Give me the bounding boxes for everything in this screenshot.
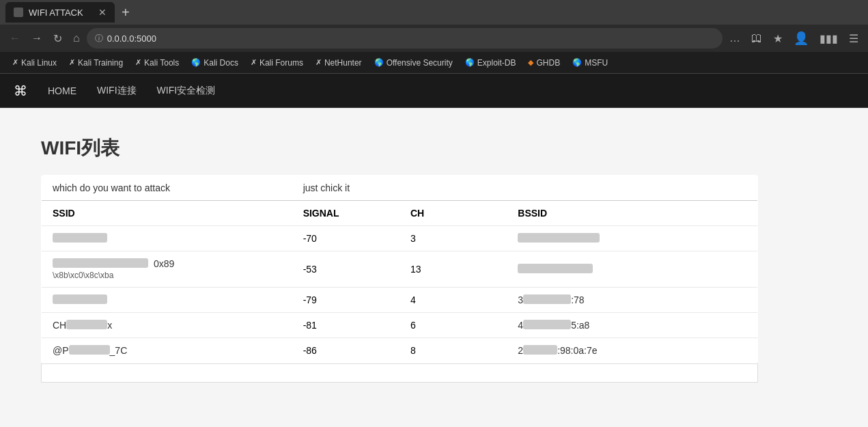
bookmark-exploit-db[interactable]: 🌎 Exploit-DB [460, 56, 522, 70]
page-title: WIFI列表 [41, 135, 827, 161]
bookmark-kali-tools-label: Kali Tools [144, 58, 179, 68]
browser-chrome: WIFI ATTACK ✕ + ← → ↻ ⌂ ⓘ 0.0.0.0:5000 …… [0, 0, 868, 74]
nav-home[interactable]: HOME [48, 83, 76, 99]
wifi-ch-2: 13 [400, 251, 507, 288]
wifi-bssid-4: 4 5:a8 [507, 313, 757, 338]
active-tab[interactable]: WIFI ATTACK ✕ [5, 2, 115, 23]
wifi-ssid-2: 0x89 \x8b\xc0\x8c\xba [42, 251, 292, 288]
kali-tools-icon: ✗ [135, 58, 141, 67]
bookmark-kali-forums[interactable]: ✗ Kali Forums [245, 56, 309, 70]
wifi-ssid-1 [42, 226, 292, 251]
wifi-signal-4: -81 [292, 313, 400, 338]
address-text: 0.0.0.0:5000 [107, 33, 714, 44]
col-header-ch: CH [400, 201, 507, 226]
address-bar[interactable]: ⓘ 0.0.0.0:5000 [87, 28, 723, 49]
wifi-logo-icon: ⌘ [14, 83, 27, 99]
tab-close-button[interactable]: ✕ [98, 7, 107, 18]
kali-linux-icon: ✗ [12, 58, 18, 67]
wifi-table: which do you want to attack just chick i… [41, 175, 758, 363]
more-button[interactable]: … [725, 29, 744, 47]
bookmark-kali-training-label: Kali Training [78, 58, 123, 68]
bookmark-kali-docs[interactable]: 🌎 Kali Docs [186, 56, 244, 70]
col-header-ssid: SSID [42, 201, 292, 226]
app-navbar: ⌘ HOME WIFI连接 WIFI安全检测 [0, 74, 868, 108]
bookmark-msfu-label: MSFU [585, 58, 608, 68]
bookmark-exploit-db-label: Exploit-DB [477, 58, 516, 68]
ghdb-icon: ◆ [528, 58, 533, 67]
refresh-button[interactable]: ↻ [49, 29, 66, 48]
wifi-ch-3: 4 [400, 288, 507, 313]
bookmark-offensive-security[interactable]: 🌎 Offensive Security [369, 56, 458, 70]
offensive-security-icon: 🌎 [374, 58, 384, 67]
ssid-blurred-5 [69, 345, 110, 355]
bssid-blurred-2 [518, 264, 593, 273]
kali-training-icon: ✗ [69, 58, 75, 67]
nav-actions: … 🕮 ★ 👤 ▮▮▮ ☰ [725, 28, 863, 49]
bookmark-kali-tools[interactable]: ✗ Kali Tools [130, 56, 184, 70]
table-row[interactable]: CH x -81 6 4 5:a8 [42, 313, 758, 338]
wifi-signal-1: -70 [292, 226, 400, 251]
table-header-row: SSID SIGNAL CH BSSID [42, 201, 758, 226]
ssid-blurred-2 [53, 258, 148, 268]
bookmark-kali-docs-label: Kali Docs [204, 58, 238, 68]
tab-bar: WIFI ATTACK ✕ + [0, 0, 868, 25]
table-row[interactable]: @P _7C -86 8 2 :98:0a:7e [42, 338, 758, 363]
exploit-db-icon: 🌎 [465, 58, 475, 67]
nav-wifi-connect[interactable]: WIFI连接 [97, 82, 137, 100]
table-info-row: which do you want to attack just chick i… [42, 176, 758, 201]
table-footer-bar [41, 363, 758, 383]
bookmark-ghdb[interactable]: ◆ GHDB [522, 56, 565, 70]
wifi-bssid-3: 3 :78 [507, 288, 757, 313]
bookmark-ghdb-label: GHDB [536, 58, 560, 68]
bookmark-nethunter-label: NetHunter [324, 58, 362, 68]
table-info-col1: which do you want to attack [42, 176, 292, 201]
table-row[interactable]: 0x89 \x8b\xc0\x8c\xba -53 13 [42, 251, 758, 288]
sidebar-button[interactable]: ▮▮▮ [815, 29, 842, 48]
bookmarks-bar: ✗ Kali Linux ✗ Kali Training ✗ Kali Tool… [0, 52, 868, 74]
forward-button[interactable]: → [27, 29, 46, 47]
wifi-bssid-1 [507, 226, 757, 251]
wifi-ssid-3 [42, 288, 292, 313]
lock-icon: ⓘ [95, 33, 103, 44]
back-button[interactable]: ← [5, 29, 25, 47]
bssid-blurred-4 [523, 320, 571, 329]
wifi-ch-5: 8 [400, 338, 507, 363]
bookmark-offensive-security-label: Offensive Security [387, 58, 453, 68]
home-button[interactable]: ⌂ [69, 29, 84, 47]
new-tab-button[interactable]: + [117, 5, 134, 20]
nav-wifi-security[interactable]: WIFI安全检测 [157, 82, 216, 100]
main-content: WIFI列表 which do you want to attack just … [0, 108, 868, 427]
wifi-signal-3: -79 [292, 288, 400, 313]
bssid-blurred-1 [518, 233, 600, 243]
wifi-signal-2: -53 [292, 251, 400, 288]
bookmark-kali-forums-label: Kali Forums [260, 58, 303, 68]
bookmark-nethunter[interactable]: ✗ NetHunter [310, 56, 367, 70]
bookmark-kali-linux-label: Kali Linux [21, 58, 57, 68]
menu-button[interactable]: ☰ [845, 29, 863, 48]
bookmark-msfu[interactable]: 🌎 MSFU [567, 56, 613, 70]
msfu-icon: 🌎 [572, 58, 582, 67]
ssid-extra-2: \x8b\xc0\x8c\xba [53, 271, 281, 280]
tab-favicon [14, 8, 23, 17]
wifi-bssid-5: 2 :98:0a:7e [507, 338, 757, 363]
wifi-ssid-4: CH x [42, 313, 292, 338]
navigation-bar: ← → ↻ ⌂ ⓘ 0.0.0.0:5000 … 🕮 ★ 👤 ▮▮▮ ☰ [0, 25, 868, 52]
ssid-suffix-2: 0x89 [154, 258, 174, 269]
col-header-signal: SIGNAL [292, 201, 400, 226]
table-row[interactable]: -70 3 [42, 226, 758, 251]
bssid-blurred-3 [523, 294, 571, 304]
bookmark-kali-linux[interactable]: ✗ Kali Linux [7, 56, 62, 70]
ssid-blurred-4 [66, 320, 107, 329]
bookmark-kali-training[interactable]: ✗ Kali Training [64, 56, 128, 70]
wifi-bssid-2 [507, 251, 757, 288]
table-row[interactable]: -79 4 3 :78 [42, 288, 758, 313]
bssid-blurred-5 [523, 345, 557, 355]
wifi-signal-5: -86 [292, 338, 400, 363]
nethunter-icon: ✗ [316, 58, 322, 67]
pocket-button[interactable]: 🕮 [747, 29, 766, 47]
container-button[interactable]: 👤 [789, 28, 813, 49]
kali-docs-icon: 🌎 [191, 58, 201, 67]
tab-title: WIFI ATTACK [29, 8, 93, 18]
bookmark-star-button[interactable]: ★ [769, 29, 787, 48]
kali-forums-icon: ✗ [251, 58, 257, 67]
